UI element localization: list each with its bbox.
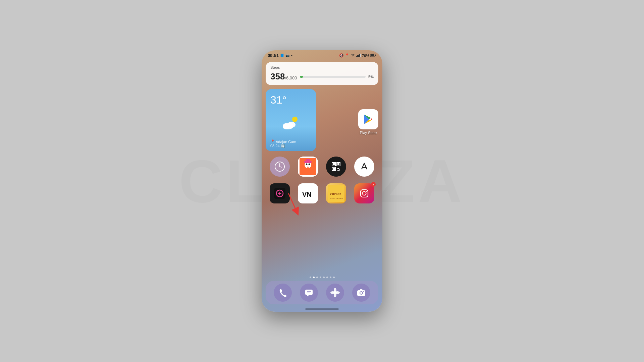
nav-dot-3 <box>320 277 321 278</box>
nav-dot-7 <box>333 277 335 278</box>
home-indicator[interactable] <box>305 308 339 310</box>
dot-icon: ● <box>291 54 292 57</box>
svg-point-17 <box>306 164 308 165</box>
svg-rect-45 <box>305 290 313 295</box>
app-clock[interactable] <box>270 157 290 177</box>
dock-phone[interactable] <box>274 284 292 302</box>
svg-text:Vitraaz: Vitraaz <box>329 192 341 196</box>
battery-level: 76% <box>362 54 369 58</box>
steps-widget[interactable]: Steps 358/6,000 5% <box>266 62 378 85</box>
weather-cloud-sun-icon <box>281 115 301 131</box>
refresh-icon: 🔄 <box>281 144 285 148</box>
vivacut-icon[interactable] <box>270 183 290 203</box>
status-left: 09:51 📘 📷 ● <box>268 53 292 58</box>
app-instagram[interactable]: 1 <box>354 183 374 203</box>
qr-icon[interactable] <box>326 157 346 177</box>
mute-icon: 🔇 <box>339 53 344 58</box>
svg-line-14 <box>280 167 282 167</box>
nav-dot-4 <box>323 277 325 278</box>
instagram-badge: 1 <box>371 182 376 187</box>
weather-widget[interactable]: 31° 📍 Adajan Gam <box>266 89 316 151</box>
nav-dot-2 <box>316 277 318 278</box>
svg-rect-4 <box>360 54 361 57</box>
vn-icon[interactable]: VN <box>298 183 318 203</box>
dock <box>266 281 378 304</box>
spacer <box>262 207 382 275</box>
svg-text:VN: VN <box>302 191 312 198</box>
svg-rect-2 <box>358 55 359 57</box>
nav-dot-0 <box>310 277 311 278</box>
steps-count: 358 <box>270 71 285 81</box>
app-row-1 <box>262 157 382 177</box>
nav-dot-6 <box>330 277 331 278</box>
app-autodesk[interactable] <box>354 157 374 177</box>
weather-temp: 31° <box>270 94 311 106</box>
time-display: 09:51 <box>268 53 279 58</box>
nav-dots <box>262 277 382 278</box>
weather-time: 08:24 🔄 <box>270 144 311 148</box>
svg-point-41 <box>363 192 366 195</box>
app-vn[interactable]: VN <box>298 183 318 203</box>
app-vitraaz[interactable]: Vitraaz Viraaz Studios <box>326 183 346 203</box>
svg-point-42 <box>366 191 367 192</box>
status-right: 🔇 📍 <box>339 53 376 58</box>
play-store-wrapper[interactable]: Play Store <box>358 109 378 135</box>
battery-icon <box>370 54 376 58</box>
chicken-icon[interactable] <box>298 157 318 177</box>
svg-point-53 <box>333 291 337 294</box>
dock-bixby[interactable] <box>326 284 344 302</box>
fb-icon: 📘 <box>280 54 284 57</box>
clock-icon[interactable] <box>270 157 290 177</box>
dock-camera[interactable] <box>352 284 370 302</box>
svg-rect-25 <box>333 163 335 165</box>
steps-goal: /6,000 <box>285 75 297 80</box>
svg-text:Viraaz Studios: Viraaz Studios <box>329 197 343 200</box>
svg-marker-46 <box>307 295 309 297</box>
weather-location-row: 📍 Adajan Gam 08:24 🔄 <box>270 139 311 148</box>
svg-rect-3 <box>359 54 360 57</box>
weather-icon-area <box>270 106 311 139</box>
svg-rect-27 <box>333 168 335 170</box>
svg-rect-21 <box>306 159 310 162</box>
svg-rect-29 <box>339 169 340 171</box>
svg-point-57 <box>363 291 364 292</box>
svg-rect-7 <box>375 55 376 56</box>
phone-frame: 09:51 📘 📷 ● 🔇 📍 <box>262 50 382 312</box>
play-store-svg <box>362 113 374 125</box>
status-bar: 09:51 📘 📷 ● 🔇 📍 <box>262 50 382 59</box>
steps-number: 358/6,000 <box>270 71 297 82</box>
svg-rect-6 <box>371 54 374 56</box>
middle-row: 31° 📍 Adajan Gam <box>266 89 378 151</box>
svg-point-18 <box>309 164 310 165</box>
weather-location-text: Adajan Gam <box>276 140 296 144</box>
play-store-label: Play Store <box>360 131 377 135</box>
ig-icon: 📷 <box>285 54 289 57</box>
svg-point-11 <box>283 124 289 129</box>
svg-rect-28 <box>337 168 339 169</box>
steps-title: Steps <box>270 65 374 69</box>
autodesk-icon[interactable] <box>354 157 374 177</box>
steps-bar-fill <box>300 76 303 78</box>
nav-dot-1 <box>313 277 315 278</box>
vitraaz-icon[interactable]: Vitraaz Viraaz Studios <box>326 183 346 203</box>
svg-rect-26 <box>337 163 339 165</box>
svg-point-56 <box>360 292 362 294</box>
location-pin-icon: 📍 <box>270 139 275 144</box>
play-store-icon[interactable] <box>358 109 378 129</box>
app-vivacut[interactable] <box>270 183 290 203</box>
app-qr[interactable] <box>326 157 346 177</box>
svg-rect-0 <box>356 56 357 57</box>
app-chicken[interactable] <box>298 157 318 177</box>
svg-point-8 <box>292 117 298 122</box>
location-icon: 📍 <box>345 53 350 58</box>
wifi-icon <box>351 54 355 58</box>
phone-content: 09:51 📘 📷 ● 🔇 📍 <box>262 50 382 312</box>
steps-percent: 5% <box>368 75 374 79</box>
signal-icon <box>356 54 361 58</box>
steps-progress-bar <box>300 76 366 78</box>
dock-messages[interactable] <box>300 284 318 302</box>
instagram-icon[interactable]: 1 <box>354 183 374 203</box>
svg-rect-1 <box>357 55 358 57</box>
svg-rect-40 <box>361 190 368 197</box>
app-row-2: VN Vitraaz Viraaz Studios <box>262 183 382 203</box>
